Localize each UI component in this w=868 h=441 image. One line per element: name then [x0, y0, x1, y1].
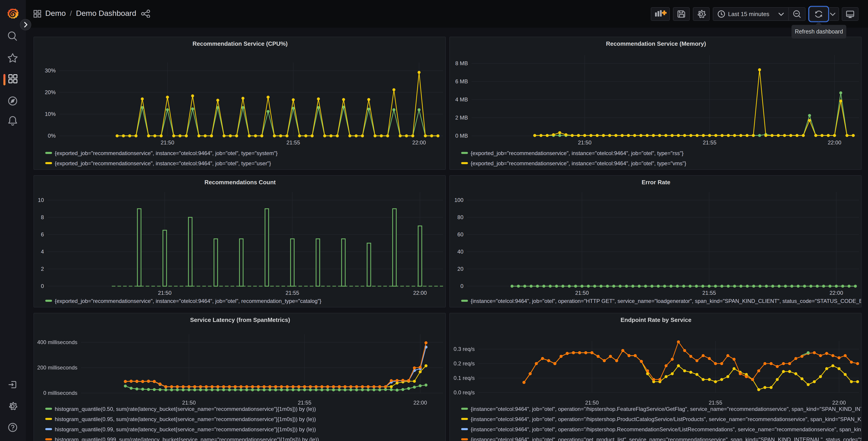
- svg-text:21:50: 21:50: [575, 290, 589, 296]
- svg-text:60: 60: [457, 231, 463, 237]
- svg-text:Recommendation Service (CPU%): Recommendation Service (CPU%): [192, 40, 288, 47]
- svg-text:{instance="otelcol:9464", job=: {instance="otelcol:9464", job="otel", op…: [471, 298, 862, 304]
- svg-text:Error Rate: Error Rate: [642, 179, 670, 186]
- svg-text:21:50: 21:50: [182, 400, 196, 406]
- svg-text:8: 8: [41, 214, 44, 220]
- svg-text:0 MB: 0 MB: [455, 133, 468, 139]
- svg-text:{exported_job="recommendations: {exported_job="recommendationservice", i…: [55, 150, 278, 156]
- svg-text:Service Latency (from SpanMetr: Service Latency (from SpanMetrics): [190, 317, 290, 323]
- svg-text:{exported_job="recommendations: {exported_job="recommendationservice", i…: [471, 160, 686, 166]
- svg-text:21:55: 21:55: [298, 400, 311, 406]
- svg-text:22:00: 22:00: [830, 290, 843, 296]
- svg-text:21:55: 21:55: [285, 290, 299, 296]
- svg-text:{instance="otelcol:9464", job=: {instance="otelcol:9464", job="otel", op…: [471, 426, 862, 432]
- svg-text:200 milliseconds: 200 milliseconds: [37, 364, 78, 371]
- svg-text:21:55: 21:55: [703, 139, 716, 145]
- svg-text:22:00: 22:00: [413, 400, 427, 406]
- svg-text:21:50: 21:50: [578, 139, 591, 145]
- svg-text:6 MB: 6 MB: [455, 78, 468, 84]
- svg-text:22:00: 22:00: [828, 139, 841, 145]
- svg-text:0.3 req/s: 0.3 req/s: [454, 346, 475, 352]
- svg-text:21:50: 21:50: [161, 139, 174, 145]
- svg-text:histogram_quantile(0.999, sum(: histogram_quantile(0.999, sum(rate(laten…: [55, 437, 319, 441]
- svg-text:{exported_job="recommendations: {exported_job="recommendationservice", i…: [55, 160, 271, 166]
- svg-text:20: 20: [457, 266, 463, 272]
- svg-text:21:55: 21:55: [286, 139, 300, 145]
- svg-text:0.0 req/s: 0.0 req/s: [454, 389, 475, 395]
- svg-text:{instance="otelcol:9464", job=: {instance="otelcol:9464", job="otel", op…: [471, 406, 862, 412]
- svg-text:22:00: 22:00: [832, 400, 846, 406]
- svg-text:22:00: 22:00: [412, 139, 426, 145]
- svg-text:0: 0: [461, 283, 463, 289]
- svg-text:8 MB: 8 MB: [455, 60, 468, 66]
- svg-text:30%: 30%: [45, 67, 56, 74]
- svg-text:2: 2: [41, 266, 44, 272]
- svg-text:histogram_quantile(0.99, sum(r: histogram_quantile(0.99, sum(rate(latenc…: [55, 426, 316, 432]
- svg-text:21:55: 21:55: [702, 290, 716, 296]
- svg-text:Recommendation Service (Memory: Recommendation Service (Memory): [606, 40, 706, 47]
- svg-text:{instance="otelcol:9464", job=: {instance="otelcol:9464", job="otel", op…: [471, 416, 862, 422]
- svg-text:{exported_job="recommendations: {exported_job="recommendationservice", i…: [471, 150, 684, 156]
- svg-text:0: 0: [41, 283, 44, 289]
- svg-text:22:00: 22:00: [413, 290, 427, 296]
- svg-text:80: 80: [457, 214, 463, 220]
- svg-text:10: 10: [38, 197, 44, 203]
- svg-text:histogram_quantile(0.95, sum(r: histogram_quantile(0.95, sum(rate(latenc…: [55, 416, 316, 422]
- svg-text:40: 40: [457, 248, 463, 255]
- svg-text:6: 6: [41, 231, 44, 237]
- svg-text:0.2 req/s: 0.2 req/s: [454, 360, 475, 366]
- svg-text:{instance="otelcol:9464", job=: {instance="otelcol:9464", job="otel", op…: [471, 437, 862, 441]
- svg-text:400 milliseconds: 400 milliseconds: [37, 339, 78, 345]
- svg-text:2 MB: 2 MB: [455, 114, 468, 120]
- svg-text:0%: 0%: [48, 133, 56, 139]
- svg-text:Last 15 minutes: Last 15 minutes: [728, 11, 769, 17]
- svg-text:Recommendations Count: Recommendations Count: [205, 179, 276, 186]
- svg-text:10%: 10%: [45, 111, 56, 117]
- svg-text:4 MB: 4 MB: [455, 96, 468, 102]
- svg-text:Endpoint Rate by Service: Endpoint Rate by Service: [620, 317, 691, 323]
- svg-text:{exported_job="recommendations: {exported_job="recommendationservice", i…: [55, 298, 321, 304]
- svg-text:0.1 req/s: 0.1 req/s: [454, 375, 475, 381]
- svg-text:100: 100: [454, 197, 463, 203]
- svg-text:21:55: 21:55: [709, 400, 722, 406]
- svg-text:0 milliseconds: 0 milliseconds: [43, 390, 78, 396]
- svg-text:21:50: 21:50: [158, 290, 172, 296]
- svg-text:histogram_quantile(0.50, sum(r: histogram_quantile(0.50, sum(rate(latenc…: [55, 406, 316, 412]
- svg-text:21:50: 21:50: [585, 400, 599, 406]
- svg-text:4: 4: [41, 248, 44, 255]
- svg-text:20%: 20%: [45, 89, 56, 95]
